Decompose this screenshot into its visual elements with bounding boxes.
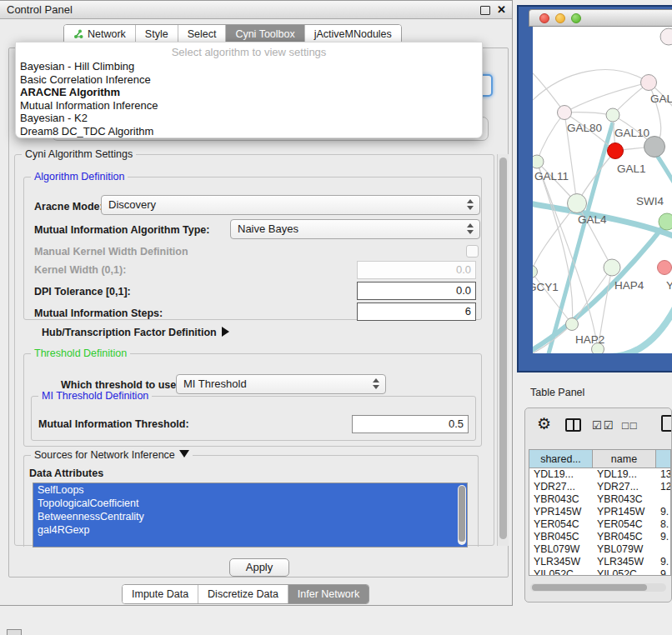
dropdown-item-mutual-information-inference[interactable]: Mutual Information Inference: [16, 99, 482, 112]
attribute-item-selfloops[interactable]: SelfLoops: [33, 483, 467, 497]
document-icon[interactable]: [661, 415, 672, 432]
network-node-y[interactable]: [658, 261, 672, 275]
attribute-item-partial[interactable]: [33, 537, 467, 548]
tab-select[interactable]: Select: [178, 25, 227, 43]
network-node-gcy1[interactable]: [533, 266, 538, 278]
table-header-row: shared...nameA: [529, 450, 670, 468]
close-traffic-light[interactable]: [539, 13, 549, 23]
float-window-icon[interactable]: [480, 6, 490, 15]
table-row[interactable]: YBL079WYBL079W: [529, 543, 670, 556]
network-view-window: GALGAL80GAL10GAL1GAL11GAL4SWI4GCY1HAP4YH…: [517, 5, 672, 372]
table-row[interactable]: YBR045CYBR045C9.: [529, 531, 670, 543]
tab-discretize-data[interactable]: Discretize Data: [198, 585, 288, 603]
table-horizontal-scrollbar[interactable]: [530, 583, 666, 592]
hub-definition-expander[interactable]: Hub/Transcription Factor Definition: [42, 327, 229, 338]
table-row[interactable]: YDL19...YDL19...13: [529, 468, 670, 481]
data-attributes-list[interactable]: SelfLoopsTopologicalCoefficientBetweenne…: [33, 482, 468, 548]
table-row[interactable]: YER054CYER054C8.: [529, 518, 670, 531]
network-node-hap2[interactable]: [566, 318, 579, 331]
mi-steps-label: Mutual Information Steps:: [34, 308, 163, 319]
bottom-left-widget-fragment[interactable]: [7, 629, 22, 635]
column-header-shared[interactable]: shared...: [529, 450, 593, 468]
network-node-gal4[interactable]: [568, 194, 587, 213]
attribute-item-betweennesscentrality[interactable]: BetweennessCentrality: [33, 510, 467, 523]
mi-steps-field[interactable]: 6: [357, 302, 476, 321]
sources-collapse-toggle[interactable]: Sources for Network Inference: [31, 449, 193, 462]
network-node-gal10[interactable]: [606, 108, 619, 122]
dropdown-item-aracne-algorithm[interactable]: ARACNE Algorithm: [16, 86, 482, 99]
stepper-arrows-icon: [467, 199, 474, 210]
algorithm-definition-group: Algorithm Definition Aracne Mode: Discov…: [23, 177, 482, 320]
column-header-name[interactable]: name: [593, 450, 656, 468]
table-row[interactable]: YPR145WYPR145W9.: [529, 506, 670, 518]
network-edge[interactable]: [533, 70, 564, 112]
table-row[interactable]: YIL052CYIL052C9: [529, 568, 670, 576]
network-canvas[interactable]: GALGAL80GAL10GAL1GAL11GAL4SWI4GCY1HAP4YH…: [533, 27, 672, 353]
cyni-algorithm-settings-group: Cyni Algorithm Settings Algorithm Defini…: [14, 154, 494, 546]
network-node-gal80[interactable]: [558, 106, 572, 120]
network-node-swi4[interactable]: [659, 213, 672, 230]
dropdown-item-bayesian-hill-climbing[interactable]: Bayesian - Hill Climbing: [16, 60, 482, 73]
table-row[interactable]: YLR345WYLR345W9.: [529, 556, 670, 568]
dropdown-item-bayesian-k2[interactable]: Bayesian - K2: [16, 112, 482, 125]
table-cell: 13: [656, 468, 671, 481]
network-node[interactable]: [644, 137, 665, 158]
network-edge[interactable]: [564, 82, 649, 112]
network-node-gal11[interactable]: [533, 155, 544, 168]
tab-infer-network[interactable]: Infer Network: [288, 585, 369, 603]
deselect-all-checks-icon[interactable]: □□: [622, 419, 639, 432]
network-node-hap4[interactable]: [604, 259, 620, 276]
network-node-gal[interactable]: [641, 75, 657, 91]
mi-threshold-label: Mutual Information Threshold:: [38, 418, 189, 430]
columns-icon[interactable]: [565, 418, 581, 432]
table-cell: YPR145W: [529, 506, 593, 518]
close-icon[interactable]: ✕: [497, 1, 506, 19]
which-threshold-select[interactable]: MI Threshold: [176, 374, 386, 394]
network-graph[interactable]: GALGAL80GAL10GAL1GAL11GAL4SWI4GCY1HAP4YH…: [533, 27, 672, 353]
screen: Control Panel ✕ NetworkStyleSelectCyni T…: [0, 0, 672, 635]
table-cell: YDL19...: [529, 468, 593, 481]
settings-scrollbar[interactable]: [497, 154, 509, 546]
table-cell: YDL19...: [593, 468, 656, 481]
column-header-a[interactable]: A: [656, 450, 671, 468]
expand-right-icon: [222, 327, 229, 337]
tab-network[interactable]: Network: [64, 25, 136, 43]
aracne-mode-value: Discovery: [108, 198, 156, 211]
control-panel-window: Control Panel ✕ NetworkStyleSelectCyni T…: [0, 0, 513, 606]
group-title: Cyni Algorithm Settings: [22, 148, 136, 161]
gear-icon[interactable]: ⚙: [537, 415, 551, 433]
tab-impute-data[interactable]: Impute Data: [123, 585, 198, 603]
select-all-checks-icon[interactable]: ☑☑: [592, 419, 614, 432]
dropdown-item-basic-correlation-inference[interactable]: Basic Correlation Inference: [16, 73, 482, 87]
aracne-mode-select[interactable]: Discovery: [101, 195, 480, 215]
mi-threshold-field[interactable]: 0.5: [352, 415, 469, 433]
cyni-mode-tabs: Impute DataDiscretize DataInfer Network: [122, 584, 369, 604]
list-scrollbar[interactable]: [458, 485, 466, 545]
group-title: Algorithm Definition: [31, 171, 128, 183]
stepper-arrows-icon: [467, 223, 474, 234]
network-node[interactable]: [660, 28, 672, 45]
network-edge[interactable]: [609, 308, 672, 353]
tab-label: jActiveMNodules: [314, 28, 392, 40]
algorithm-dropdown-popup: Select algorithm to view settings Bayesi…: [15, 42, 483, 138]
network-edge[interactable]: [537, 112, 564, 162]
dropdown-item-dream8-dc-tdc-algorithm[interactable]: Dream8 DC_TDC Algorithm: [16, 125, 482, 138]
mi-algorithm-type-select[interactable]: Naive Bayes: [230, 219, 480, 239]
sources-title: Sources for Network Inference: [34, 449, 175, 461]
attribute-item-gal4rgexp[interactable]: gal4RGexp: [33, 523, 467, 537]
zoom-traffic-light[interactable]: [571, 13, 581, 23]
dpi-tolerance-field[interactable]: 0.0: [357, 282, 476, 300]
minimize-traffic-light[interactable]: [555, 13, 565, 23]
network-node-gal1[interactable]: [608, 143, 624, 159]
tab-style[interactable]: Style: [136, 25, 178, 43]
apply-button[interactable]: Apply: [229, 558, 289, 577]
group-title: MI Threshold Definition: [38, 390, 152, 402]
network-window-titlebar[interactable]: [529, 9, 672, 27]
window-title: Control Panel: [7, 3, 73, 16]
table-row[interactable]: YDR27...YDR27...12: [529, 481, 670, 493]
table-panel: ⚙ ☑☑ □□ shared...nameAYDL19...YDL19...13…: [524, 408, 672, 602]
tab-cyni-toolbox[interactable]: Cyni Toolbox: [226, 25, 304, 43]
table-row[interactable]: YBR043CYBR043C: [529, 493, 670, 506]
attribute-item-topologicalcoefficient[interactable]: TopologicalCoefficient: [33, 497, 467, 510]
tab-jactivemnodules[interactable]: jActiveMNodules: [305, 25, 401, 43]
